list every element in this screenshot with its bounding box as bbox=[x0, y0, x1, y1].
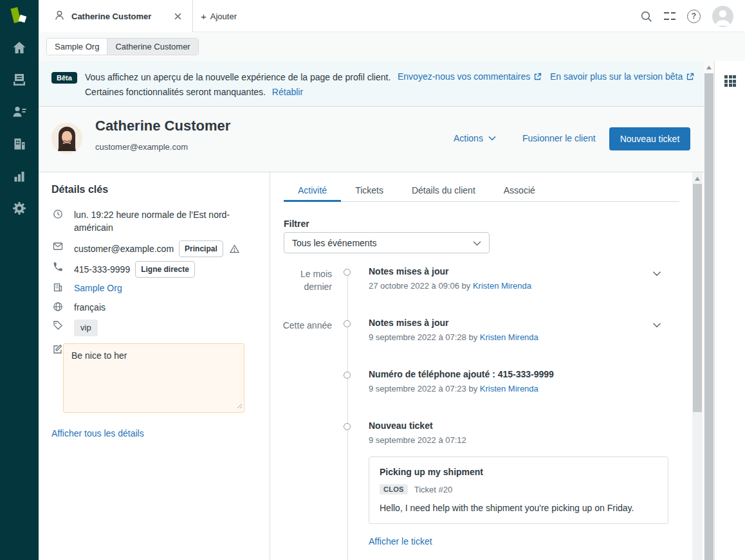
timeline-dot bbox=[344, 372, 351, 379]
agent-avatar[interactable] bbox=[712, 6, 733, 27]
tab-related[interactable]: Associé bbox=[490, 180, 549, 201]
organization-icon bbox=[53, 282, 63, 295]
product-tray-icon[interactable] bbox=[664, 10, 676, 22]
customer-email: customer@example.com bbox=[95, 142, 188, 152]
new-ticket-button[interactable]: Nouveau ticket bbox=[609, 127, 690, 150]
apps-grid-icon[interactable] bbox=[724, 75, 736, 87]
plus-icon: + bbox=[201, 11, 207, 22]
profile-tabs: Activité Tickets Détails du client Assoc… bbox=[284, 180, 679, 202]
warning-icon bbox=[230, 245, 239, 255]
tab-tickets[interactable]: Tickets bbox=[341, 180, 398, 201]
chevron-down-icon bbox=[488, 136, 496, 141]
timeline-dot bbox=[344, 269, 351, 276]
add-tab-button[interactable]: + Ajouter bbox=[201, 0, 237, 32]
tab-label: Catherine Customer bbox=[71, 12, 172, 21]
key-details-title: Détails clés bbox=[51, 184, 108, 195]
learn-more-link[interactable]: En savoir plus sur la version bêta bbox=[550, 71, 694, 82]
ticket-body: Hello, I need help with the shipment you… bbox=[380, 503, 658, 513]
settings-gear-icon[interactable] bbox=[12, 201, 27, 216]
event-meta: 9 septembre 2022 à 07:12 bbox=[369, 435, 679, 445]
timeline-event: Cette année Notes mises à jour 9 septemb… bbox=[270, 318, 679, 342]
home-icon[interactable] bbox=[12, 40, 27, 55]
external-link-icon bbox=[686, 73, 694, 81]
direct-line-badge: Ligne directe bbox=[135, 261, 195, 278]
timeline-line bbox=[347, 274, 348, 560]
beta-banner-message: Vous affichez un aperçu de la nouvelle e… bbox=[85, 70, 391, 100]
breadcrumb-catherine-customer[interactable]: Catherine Customer bbox=[107, 39, 198, 55]
events-filter-dropdown[interactable]: Tous les événements bbox=[284, 232, 490, 253]
email-icon bbox=[53, 241, 63, 257]
globe-icon bbox=[53, 302, 63, 314]
show-all-details-link[interactable]: Afficher tous les détails bbox=[51, 428, 144, 438]
customer-profile-header: Catherine Customer customer@example.com … bbox=[39, 107, 704, 172]
activity-panel: Activité Tickets Détails du client Assoc… bbox=[270, 172, 692, 560]
language-row: français bbox=[53, 301, 106, 314]
views-icon[interactable] bbox=[12, 72, 27, 87]
customer-name: Catherine Customer bbox=[95, 118, 230, 134]
tags-row: vip bbox=[53, 320, 98, 336]
customers-icon[interactable] bbox=[12, 104, 27, 120]
author-link[interactable]: Kristen Mirenda bbox=[480, 332, 538, 342]
event-meta: 27 octobre 2022 à 09:06 by Kristen Miren… bbox=[369, 281, 679, 291]
phone-row: 415-333-9999Ligne directe bbox=[53, 261, 195, 278]
person-icon bbox=[54, 10, 65, 23]
vip-tag: vip bbox=[74, 320, 98, 336]
breadcrumb-sample-org[interactable]: Sample Org bbox=[47, 39, 107, 55]
tab-customer-details[interactable]: Détails du client bbox=[398, 180, 490, 201]
ticket-card: Picking up my shipment CLOS Ticket #20 H… bbox=[369, 456, 668, 524]
filter-label: Filtrer bbox=[284, 219, 309, 229]
timeline-group-label: Cette année bbox=[270, 319, 332, 332]
ticket-title: Picking up my shipment bbox=[380, 467, 658, 477]
scroll-up-arrow[interactable] bbox=[706, 66, 712, 69]
clock-icon bbox=[53, 209, 63, 234]
event-title: Numéro de téléphone ajouté : 415-333-999… bbox=[369, 369, 679, 379]
help-icon[interactable]: ? bbox=[687, 10, 701, 23]
customer-note-textarea[interactable]: Be nice to her bbox=[63, 343, 244, 413]
organization-link[interactable]: Sample Org bbox=[74, 283, 122, 293]
close-tab-icon[interactable] bbox=[172, 10, 183, 22]
tab-activity[interactable]: Activité bbox=[284, 180, 341, 201]
restore-link[interactable]: Rétablir bbox=[272, 87, 303, 97]
open-tab-catherine-customer[interactable]: Catherine Customer bbox=[39, 0, 193, 32]
email-value: customer@example.comPrincipal bbox=[74, 240, 239, 257]
key-details-panel: Détails clés lun. 19:22 heure normale de… bbox=[39, 172, 270, 560]
page-scrollbar[interactable] bbox=[704, 61, 714, 560]
resize-handle[interactable] bbox=[237, 400, 243, 411]
expand-event-icon[interactable] bbox=[652, 269, 661, 278]
scrollbar-thumb[interactable] bbox=[693, 184, 702, 412]
top-header-bar: Catherine Customer + Ajouter ? bbox=[39, 0, 745, 32]
add-tab-label: Ajouter bbox=[210, 12, 237, 21]
timeline-group-label: Le mois dernier bbox=[270, 267, 332, 293]
event-meta: 9 septembre 2022 à 07:23 by Kristen Mire… bbox=[369, 384, 679, 393]
scrollbar-thumb[interactable] bbox=[704, 73, 713, 560]
zendesk-logo-icon[interactable] bbox=[9, 6, 30, 26]
timeline-dot bbox=[344, 320, 351, 327]
reporting-icon[interactable] bbox=[12, 168, 27, 184]
merge-customer-link[interactable]: Fusionner le client bbox=[522, 133, 596, 143]
event-title: Notes mises à jour bbox=[369, 318, 679, 328]
notes-row: Be nice to her bbox=[53, 343, 244, 415]
feedback-link[interactable]: Envoyez-nous vos commentaires bbox=[398, 71, 542, 82]
expand-event-icon[interactable] bbox=[652, 320, 661, 330]
primary-nav-sidebar bbox=[0, 0, 39, 560]
timeline-dot bbox=[344, 423, 351, 430]
ticket-ref: Ticket #20 bbox=[414, 485, 453, 494]
search-icon[interactable] bbox=[640, 10, 652, 23]
scroll-up-arrow[interactable] bbox=[695, 177, 700, 181]
event-title: Notes mises à jour bbox=[369, 266, 679, 276]
author-link[interactable]: Kristen Mirenda bbox=[473, 281, 531, 291]
beta-banner: Bêta Vous affichez un aperçu de la nouve… bbox=[39, 61, 704, 107]
actions-dropdown[interactable]: Actions bbox=[454, 133, 496, 143]
chevron-down-icon bbox=[473, 238, 481, 248]
timezone-row: lun. 19:22 heure normale de l’Est nord-a… bbox=[53, 208, 244, 234]
view-ticket-link[interactable]: Afficher le ticket bbox=[369, 536, 432, 546]
main-content: Bêta Vous affichez un aperçu de la nouve… bbox=[39, 61, 704, 560]
author-link[interactable]: Kristen Mirenda bbox=[480, 384, 538, 393]
organization-row: Sample Org bbox=[53, 282, 122, 295]
ticket-status-badge: CLOS bbox=[380, 484, 408, 494]
timeline-event: Numéro de téléphone ajouté : 415-333-999… bbox=[270, 369, 679, 393]
activity-scrollbar[interactable] bbox=[692, 172, 703, 560]
profile-body-section: Détails clés lun. 19:22 heure normale de… bbox=[39, 172, 704, 560]
zendesk-customer-profile-app: Catherine Customer + Ajouter ? Sample Or… bbox=[0, 0, 745, 560]
organizations-icon[interactable] bbox=[12, 136, 27, 152]
